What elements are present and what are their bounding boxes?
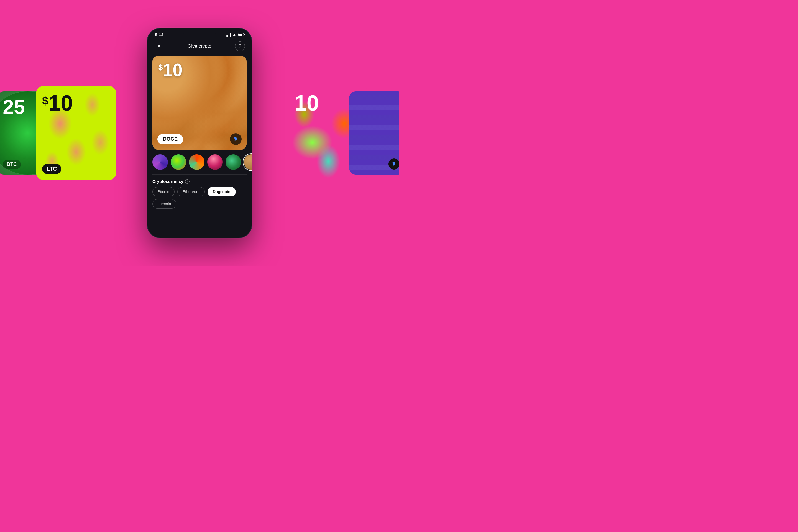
signal-bar-4 — [230, 33, 231, 37]
crypto-section: Cryptocurrency i Bitcoin Ethereum Dogeco… — [147, 179, 252, 209]
pill-ethereum[interactable]: Ethereum — [177, 187, 205, 196]
signal-bar-1 — [226, 36, 227, 37]
crypto-pills: Bitcoin Ethereum Dogecoin Litecoin — [152, 187, 247, 209]
phone-header: × Give crypto ? — [147, 39, 252, 56]
signal-bar-2 — [227, 35, 228, 37]
crypto-card-display[interactable]: $10 DOGE — [152, 56, 247, 150]
quill-icon-purple — [388, 158, 399, 170]
thumbnail-redswirl[interactable] — [189, 154, 205, 170]
thumbnail-purple[interactable] — [152, 154, 168, 170]
pill-dogecoin[interactable]: Dogecoin — [208, 187, 236, 196]
status-icons: ▲ — [226, 33, 244, 37]
card-ltc[interactable]: $10 LTC — [36, 86, 116, 180]
close-button[interactable]: × — [154, 41, 164, 51]
header-title: Give crypto — [188, 43, 211, 49]
card-purple — [349, 92, 399, 174]
card-amount-display: $10 — [158, 61, 183, 79]
signal-bar-3 — [229, 34, 229, 37]
card-edit-button[interactable] — [230, 133, 242, 145]
phone-main: $10 DOGE — [147, 56, 252, 238]
phone: 5:12 ▲ × Give crypto ? $10 — [147, 28, 252, 238]
card-ltc-amount: $10 — [42, 92, 110, 114]
card-btc-label: BTC — [3, 160, 21, 169]
card-ltc-label: LTC — [42, 164, 61, 174]
thumbnail-lime[interactable] — [171, 154, 186, 170]
help-button[interactable]: ? — [235, 41, 245, 51]
pill-bitcoin[interactable]: Bitcoin — [152, 187, 174, 196]
signal-bars — [226, 33, 231, 37]
thumbnail-doge[interactable] — [244, 154, 252, 170]
thumbnail-greenglobe[interactable] — [226, 154, 241, 170]
thumbnail-pink[interactable] — [207, 154, 223, 170]
pill-litecoin[interactable]: Litecoin — [152, 199, 176, 209]
battery-icon — [238, 33, 244, 36]
doge-currency-label: DOGE — [157, 134, 183, 144]
crypto-section-label: Cryptocurrency i — [152, 179, 247, 184]
thumbnail-row[interactable] — [147, 150, 252, 173]
info-icon: i — [185, 179, 190, 184]
notch — [183, 28, 216, 36]
wifi-icon: ▲ — [232, 33, 236, 37]
card-bottom-row: DOGE — [157, 133, 242, 145]
status-time: 5:12 — [155, 32, 164, 37]
